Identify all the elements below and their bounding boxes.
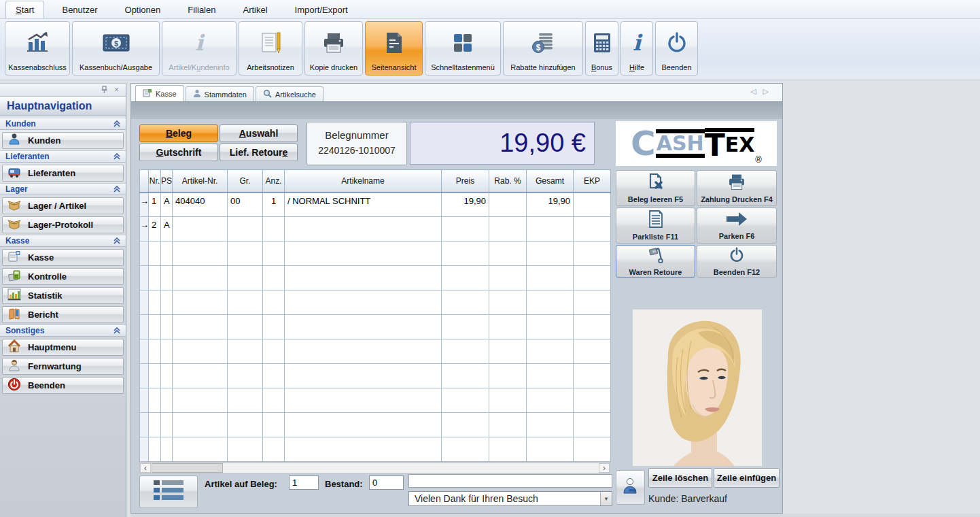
- cell-artikelname[interactable]: / NORMAL SCHNITT: [285, 193, 442, 217]
- sidebar-item-hauptmenu[interactable]: Hauptmenu: [2, 339, 124, 356]
- table-row-empty[interactable]: [140, 339, 611, 364]
- cell-preis[interactable]: [442, 217, 489, 241]
- sidebar-item-statistik[interactable]: Statistik: [2, 287, 124, 304]
- row-marker-icon[interactable]: →: [140, 217, 149, 241]
- sidebar-item-bericht[interactable]: Bericht: [2, 306, 124, 323]
- tab-next-icon[interactable]: ▷: [763, 87, 775, 95]
- kopie-drucken-button[interactable]: Kopie drucken: [304, 21, 363, 76]
- table-row-empty[interactable]: [140, 241, 611, 266]
- cell-rab[interactable]: [489, 193, 527, 217]
- menu-benutzer[interactable]: Benutzer: [52, 1, 107, 18]
- cell-ekp[interactable]: [574, 193, 611, 217]
- cell-ekp[interactable]: [574, 217, 611, 241]
- menu-filialen[interactable]: Filialen: [178, 1, 225, 18]
- beenden-f12-button[interactable]: Beenden F12: [697, 245, 777, 278]
- row-marker-icon[interactable]: →: [140, 193, 149, 217]
- sidebar-section-lieferanten[interactable]: Lieferanten: [0, 150, 126, 163]
- sidebar-item-lager-protokoll[interactable]: Lager-Protokoll: [2, 216, 124, 233]
- sidebar-item-kontrolle[interactable]: Kontrolle: [2, 268, 124, 285]
- auswahl-button[interactable]: Auswahl: [220, 124, 298, 142]
- kassenbuch-ausgabe-button[interactable]: $ Kassenbuch/Ausgabe: [72, 21, 160, 76]
- bonus-button[interactable]: Bonus: [585, 21, 618, 76]
- kassenabschluss-button[interactable]: Kassenabschluss: [5, 21, 70, 76]
- pin-icon[interactable]: [101, 84, 107, 96]
- table-row[interactable]: → 2 A: [140, 217, 611, 241]
- money-bill-icon: $: [73, 22, 159, 63]
- scroll-right-icon[interactable]: ›: [599, 463, 610, 473]
- menu-artikel[interactable]: Artikel: [233, 1, 277, 18]
- sidebar-item-fernwartung[interactable]: Fernwartung: [2, 358, 124, 375]
- list-view-button[interactable]: [139, 476, 198, 508]
- schnelltastenmenu-button[interactable]: Schnelltastenmenü: [425, 21, 501, 76]
- scroll-left-icon[interactable]: ‹: [140, 463, 151, 473]
- customer-select-button[interactable]: [616, 470, 645, 505]
- cell-artikel-nr[interactable]: 404040: [173, 193, 228, 217]
- horizontal-scrollbar[interactable]: ‹ ›: [139, 463, 610, 473]
- artikel-auf-beleg-input[interactable]: [289, 476, 319, 490]
- cell-gr[interactable]: 00: [228, 193, 263, 217]
- table-row-empty[interactable]: [140, 437, 611, 462]
- cell-gr[interactable]: [228, 217, 263, 241]
- arbeitsnotizen-button[interactable]: Arbeitsnotizen: [239, 21, 302, 76]
- table-row-empty[interactable]: [140, 315, 611, 339]
- sidebar-item-kunden[interactable]: Kunden: [2, 132, 124, 149]
- bestand-input[interactable]: [369, 476, 404, 490]
- cell-nr[interactable]: 1: [149, 193, 161, 217]
- table-row-empty[interactable]: [140, 266, 611, 290]
- menu-optionen[interactable]: Optionen: [116, 1, 171, 18]
- sidebar-item-kasse[interactable]: Kasse: [2, 249, 124, 266]
- scrollbar-thumb[interactable]: [152, 463, 223, 473]
- table-row-empty[interactable]: [140, 290, 611, 315]
- sidebar-section-kasse[interactable]: Kasse: [0, 235, 126, 247]
- menu-start[interactable]: Start: [5, 1, 44, 18]
- hilfe-button[interactable]: i Hilfe: [620, 21, 653, 76]
- sidebar-item-lager-artikel[interactable]: Lager / Artikel: [2, 197, 124, 214]
- tab-artikelsuche[interactable]: Artikelsuche: [256, 86, 323, 101]
- lief-retoure-button[interactable]: Lief. Retoure: [220, 144, 298, 161]
- sidebar-section-kunden[interactable]: Kunden: [0, 118, 126, 130]
- chevron-down-icon[interactable]: ▾: [600, 492, 612, 505]
- cell-artikel-nr[interactable]: [173, 217, 228, 241]
- sidebar-item-beenden[interactable]: Beenden: [2, 377, 124, 394]
- zeile-einfuegen-button[interactable]: Zeile einfügen: [714, 468, 780, 488]
- zahlung-drucken-button[interactable]: Zahlung Drucken F4: [697, 170, 777, 206]
- message-input[interactable]: [408, 474, 612, 488]
- gutschrift-button[interactable]: Gutschrift: [139, 144, 218, 161]
- cell-anz[interactable]: 1: [263, 193, 285, 217]
- cell-ps[interactable]: A: [161, 217, 173, 241]
- sidebar-section-lager[interactable]: Lager: [0, 183, 126, 195]
- menu-import-export[interactable]: Import/Export: [285, 1, 357, 18]
- tab-stammdaten[interactable]: Stammdaten: [186, 86, 254, 101]
- tab-scroll-arrows[interactable]: ◁▷: [750, 87, 775, 96]
- person-icon: [7, 358, 21, 375]
- cell-preis[interactable]: 19,90: [442, 193, 489, 217]
- cell-rab[interactable]: [489, 217, 527, 241]
- tab-kasse[interactable]: Kasse: [135, 85, 184, 101]
- tab-prev-icon[interactable]: ◁: [750, 87, 763, 95]
- sidebar-section-sonstiges[interactable]: Sonstiges: [0, 324, 126, 337]
- close-icon[interactable]: ×: [114, 86, 119, 93]
- sidebar-item-lieferanten[interactable]: Lieferanten: [2, 165, 124, 182]
- table-row[interactable]: → 1 A 404040 00 1 / NORMAL SCHNITT 19,90…: [140, 193, 611, 217]
- greeting-dropdown[interactable]: Vielen Dank für Ihren Besuch ▾: [408, 491, 612, 506]
- cell-gesamt[interactable]: 19,90: [527, 193, 574, 217]
- table-row-empty[interactable]: [140, 413, 611, 437]
- table-row-empty[interactable]: [140, 364, 611, 388]
- seitenansicht-button[interactable]: Seitenansicht: [365, 21, 423, 76]
- beleg-button[interactable]: Beleg: [139, 124, 218, 142]
- beenden-button[interactable]: Beenden: [655, 21, 698, 76]
- cell-gesamt[interactable]: [527, 217, 574, 241]
- parken-button[interactable]: Parken F6: [697, 207, 777, 244]
- cell-nr[interactable]: 2: [149, 217, 161, 241]
- waren-retoure-button[interactable]: ✉ Waren Retoure: [616, 245, 695, 278]
- beleg-leeren-button[interactable]: Beleg leeren F5: [616, 170, 695, 206]
- parkliste-button[interactable]: Parkliste F11: [616, 207, 695, 244]
- cell-anz[interactable]: [263, 217, 285, 241]
- col-ps: PS: [161, 170, 173, 193]
- zeile-loeschen-button[interactable]: Zeile löschen: [648, 468, 712, 488]
- rabatte-hinzufuegen-button[interactable]: $ Rabatte hinzufügen: [503, 21, 583, 76]
- cell-artikelname[interactable]: [285, 217, 442, 241]
- svg-text:$: $: [536, 42, 541, 52]
- cell-ps[interactable]: A: [161, 193, 173, 217]
- table-row-empty[interactable]: [140, 388, 611, 413]
